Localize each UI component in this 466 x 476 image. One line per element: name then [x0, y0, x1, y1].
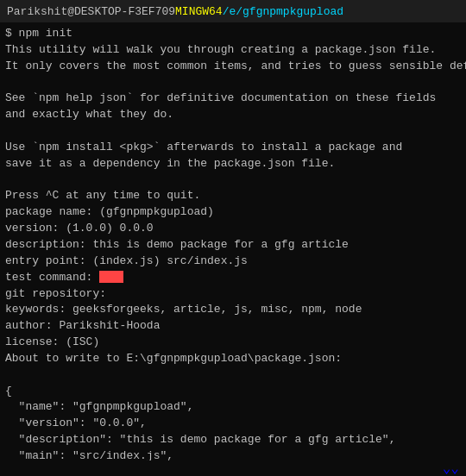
- line-11: entry point: (index.js) src/index.js: [5, 254, 461, 270]
- terminal-window: Parikshit@DESKTOP-F3EF709 MINGW64 /e/gfg…: [0, 0, 466, 476]
- line-git: git repository:: [5, 286, 461, 303]
- json-name: "name": "gfgnpmpkgupload",: [5, 399, 461, 416]
- line-9: version: (1.0.0) 0.0.0: [5, 221, 461, 237]
- line-8: package name: (gfgnpmpkgupload): [5, 204, 461, 221]
- line-blank-4: [5, 367, 461, 384]
- title-user: Parikshit@DESKTOP-F3EF709: [7, 5, 175, 18]
- scroll-indicator: ⌄⌄: [443, 460, 459, 476]
- bottom-bar: ⌄⌄: [0, 460, 466, 476]
- line-test-command[interactable]: test command:: [5, 270, 461, 286]
- title-bar: Parikshit@DESKTOP-F3EF709 MINGW64 /e/gfg…: [0, 0, 466, 22]
- line-1: This utility will walk you through creat…: [5, 42, 461, 59]
- terminal-content: $ npm init This utility will walk you th…: [0, 22, 466, 460]
- line-about: About to write to E:\gfgnpmpkgupload\pac…: [5, 351, 461, 367]
- line-7: Press ^C at any time to quit.: [5, 188, 461, 204]
- line-2: It only covers the most common items, an…: [5, 59, 461, 75]
- line-5: Use `npm install <pkg>` afterwards to in…: [5, 140, 461, 156]
- line-blank-3: [5, 172, 461, 189]
- title-mingw: MINGW64: [175, 5, 223, 18]
- line-command: $ npm init: [5, 26, 461, 42]
- json-description: "description": "this is demo package for…: [5, 432, 461, 448]
- line-blank-1: [5, 75, 461, 91]
- json-open: {: [5, 384, 461, 400]
- line-author: author: Parikshit-Hooda: [5, 318, 461, 335]
- line-3: See `npm help json` for definitive docum…: [5, 91, 461, 107]
- json-version: "version": "0.0.0",: [5, 416, 461, 432]
- line-keywords: keywords: geeksforgeeks, article, js, mi…: [5, 302, 461, 318]
- line-license: license: (ISC): [5, 335, 461, 351]
- title-path: /e/gfgnpmpkgupload: [223, 5, 343, 18]
- line-6: save it as a dependency in the package.j…: [5, 156, 461, 172]
- line-blank-2: [5, 123, 461, 140]
- input-cursor: [99, 271, 123, 283]
- line-4: and exactly what they do.: [5, 107, 461, 123]
- line-10: description: this is demo package for a …: [5, 237, 461, 254]
- json-main: "main": "src/index.js",: [5, 448, 461, 460]
